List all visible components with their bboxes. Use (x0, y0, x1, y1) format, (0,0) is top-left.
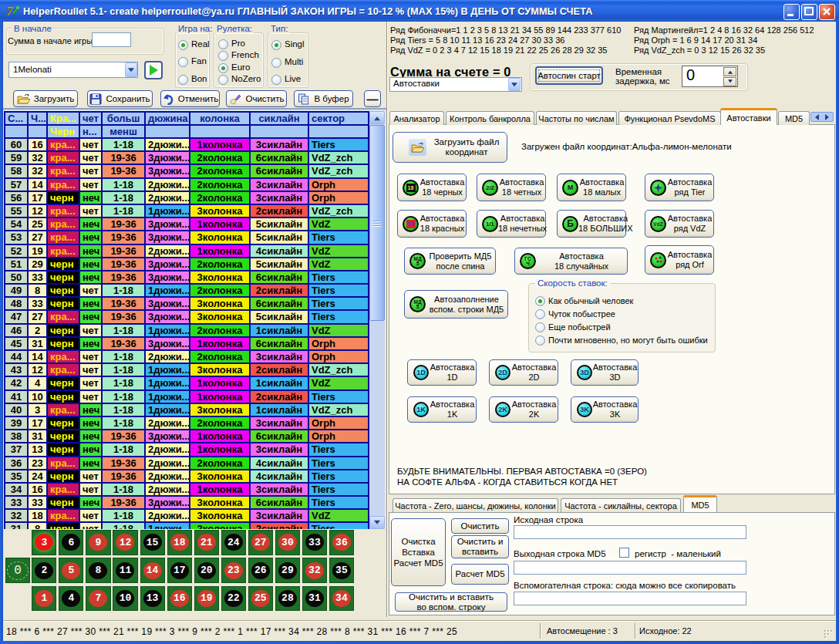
svg-text:7: 7 (6, 4, 14, 19)
